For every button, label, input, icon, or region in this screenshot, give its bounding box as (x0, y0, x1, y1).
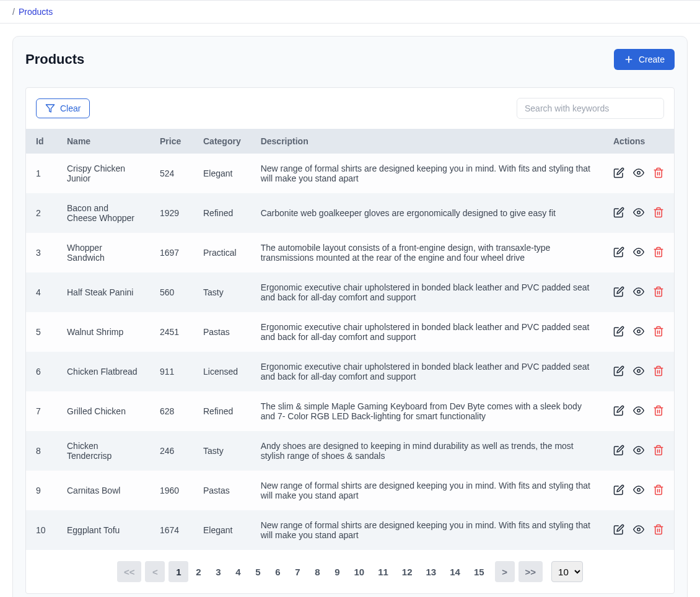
view-button[interactable] (633, 405, 644, 418)
edit-button[interactable] (613, 286, 624, 299)
cell-description: New range of formal shirts are designed … (251, 510, 603, 550)
delete-button[interactable] (653, 524, 664, 537)
cell-name: Walnut Shrimp (57, 312, 150, 352)
svg-point-3 (637, 171, 641, 174)
cell-description: Andy shoes are designed to keeping in mi… (251, 431, 603, 471)
cell-price: 1697 (150, 233, 193, 272)
delete-button[interactable] (653, 286, 664, 299)
trash-icon (653, 326, 664, 339)
page-7[interactable]: 7 (287, 561, 307, 582)
edit-button[interactable] (613, 365, 624, 378)
col-header-category[interactable]: Category (193, 129, 251, 154)
view-button[interactable] (633, 484, 644, 497)
eye-icon (633, 167, 644, 180)
page-3[interactable]: 3 (208, 561, 228, 582)
page-1[interactable]: 1 (168, 561, 188, 582)
cell-id: 6 (26, 352, 57, 391)
edit-icon (613, 286, 624, 299)
eye-icon (633, 405, 644, 418)
page-5[interactable]: 5 (248, 561, 268, 582)
cell-name: Chicken Tendercrisp (57, 431, 150, 471)
cell-name: Eggplant Tofu (57, 510, 150, 550)
page-15[interactable]: 15 (467, 561, 491, 582)
col-header-id[interactable]: Id (26, 129, 57, 154)
view-button[interactable] (633, 286, 644, 299)
col-header-price[interactable]: Price (150, 129, 193, 154)
col-header-description[interactable]: Description (251, 129, 603, 154)
svg-point-15 (637, 329, 641, 333)
cell-description: The slim & simple Maple Gaming Keyboard … (251, 391, 603, 431)
page-2[interactable]: 2 (188, 561, 208, 582)
funnel-icon (45, 103, 55, 113)
cell-price: 1929 (150, 193, 193, 233)
table-row: 8Chicken Tendercrisp246TastyAndy shoes a… (26, 431, 674, 471)
delete-button[interactable] (653, 405, 664, 418)
page-14[interactable]: 14 (443, 561, 467, 582)
search-input[interactable] (517, 98, 664, 119)
cell-description: New range of formal shirts are designed … (251, 471, 603, 510)
breadcrumb-sep: / (12, 7, 15, 17)
cell-description: New range of formal shirts are designed … (251, 154, 603, 193)
edit-button[interactable] (613, 445, 624, 458)
view-button[interactable] (633, 326, 644, 339)
page-11[interactable]: 11 (371, 561, 395, 582)
page-last[interactable]: >> (518, 561, 543, 582)
edit-button[interactable] (613, 246, 624, 259)
cell-category: Refined (193, 193, 251, 233)
svg-point-21 (637, 409, 641, 412)
view-button[interactable] (633, 445, 644, 458)
delete-button[interactable] (653, 167, 664, 180)
trash-icon (653, 405, 664, 418)
page-8[interactable]: 8 (307, 561, 327, 582)
page-first[interactable]: << (117, 561, 142, 582)
col-header-name[interactable]: Name (57, 129, 150, 154)
trash-icon (653, 365, 664, 378)
delete-button[interactable] (653, 207, 664, 220)
table-row: 3Whopper Sandwich1697PracticalThe automo… (26, 233, 674, 272)
table-row: 1Crispy Chicken Junior524ElegantNew rang… (26, 154, 674, 193)
edit-button[interactable] (613, 405, 624, 418)
edit-button[interactable] (613, 207, 624, 220)
view-button[interactable] (633, 207, 644, 220)
page-prev[interactable]: < (145, 561, 165, 582)
page-next[interactable]: > (495, 561, 515, 582)
edit-button[interactable] (613, 326, 624, 339)
delete-button[interactable] (653, 365, 664, 378)
delete-button[interactable] (653, 246, 664, 259)
page-9[interactable]: 9 (327, 561, 347, 582)
edit-button[interactable] (613, 484, 624, 497)
breadcrumb-current[interactable]: Products (19, 7, 53, 17)
cell-name: Crispy Chicken Junior (57, 154, 150, 193)
cell-category: Pastas (193, 312, 251, 352)
svg-point-30 (637, 528, 641, 531)
svg-point-18 (637, 369, 641, 372)
page-6[interactable]: 6 (268, 561, 287, 582)
page-13[interactable]: 13 (419, 561, 444, 582)
view-button[interactable] (633, 246, 644, 259)
delete-button[interactable] (653, 326, 664, 339)
view-button[interactable] (633, 167, 644, 180)
cell-price: 1960 (150, 471, 193, 510)
edit-icon (613, 326, 624, 339)
pagination: << < 123456789101112131415 > >> 10 (26, 550, 674, 593)
svg-point-12 (637, 290, 641, 293)
edit-icon (613, 405, 624, 418)
delete-button[interactable] (653, 445, 664, 458)
page-12[interactable]: 12 (395, 561, 419, 582)
delete-button[interactable] (653, 484, 664, 497)
svg-point-9 (637, 250, 641, 253)
eye-icon (633, 286, 644, 299)
page-4[interactable]: 4 (228, 561, 248, 582)
plus-icon (624, 54, 634, 64)
view-button[interactable] (633, 524, 644, 537)
create-button[interactable]: Create (614, 49, 675, 70)
view-button[interactable] (633, 365, 644, 378)
cell-price: 1674 (150, 510, 193, 550)
breadcrumb: / Products (0, 0, 700, 24)
edit-button[interactable] (613, 524, 624, 537)
page-size-select[interactable]: 10 (551, 561, 583, 582)
edit-button[interactable] (613, 167, 624, 180)
page-10[interactable]: 10 (347, 561, 371, 582)
clear-filter-button[interactable]: Clear (36, 98, 90, 118)
table-row: 4Half Steak Panini560TastyErgonomic exec… (26, 272, 674, 312)
